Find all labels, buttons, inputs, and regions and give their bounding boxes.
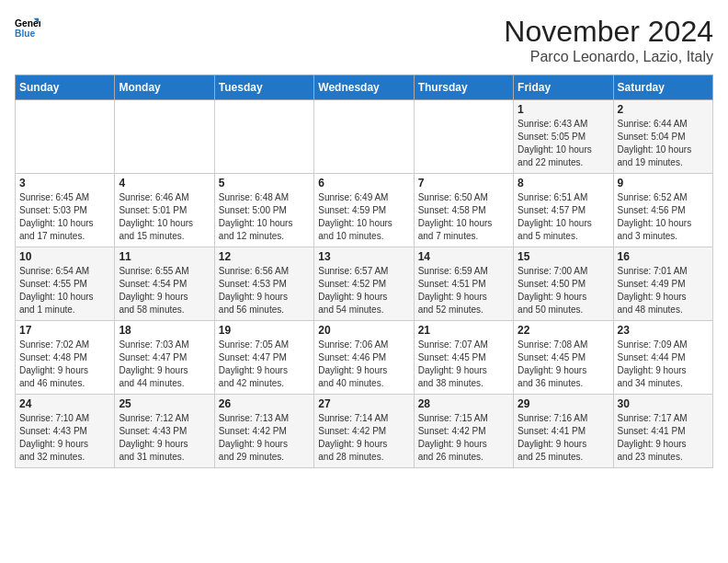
day-info: Sunrise: 6:54 AM Sunset: 4:55 PM Dayligh… xyxy=(19,265,110,316)
calendar-cell: 4Sunrise: 6:46 AM Sunset: 5:01 PM Daylig… xyxy=(115,174,214,247)
day-number: 23 xyxy=(618,324,709,337)
calendar-cell: 11Sunrise: 6:55 AM Sunset: 4:54 PM Dayli… xyxy=(115,247,214,321)
day-info: Sunrise: 6:52 AM Sunset: 4:56 PM Dayligh… xyxy=(618,191,709,243)
calendar-cell: 21Sunrise: 7:07 AM Sunset: 4:45 PM Dayli… xyxy=(414,321,513,395)
day-header-saturday: Saturday xyxy=(613,75,712,100)
day-header-wednesday: Wednesday xyxy=(314,75,414,100)
day-info: Sunrise: 7:05 AM Sunset: 4:47 PM Dayligh… xyxy=(219,339,310,390)
day-header-thursday: Thursday xyxy=(414,75,513,100)
day-number: 14 xyxy=(418,250,509,263)
day-info: Sunrise: 7:03 AM Sunset: 4:47 PM Dayligh… xyxy=(119,339,210,390)
day-header-tuesday: Tuesday xyxy=(214,75,313,100)
day-number: 10 xyxy=(19,250,110,263)
day-info: Sunrise: 7:14 AM Sunset: 4:42 PM Dayligh… xyxy=(318,412,409,464)
calendar-cell: 29Sunrise: 7:16 AM Sunset: 4:41 PM Dayli… xyxy=(514,395,613,468)
day-info: Sunrise: 7:17 AM Sunset: 4:41 PM Dayligh… xyxy=(618,412,709,464)
day-info: Sunrise: 7:10 AM Sunset: 4:43 PM Dayligh… xyxy=(19,412,110,464)
day-number: 8 xyxy=(518,177,609,190)
day-info: Sunrise: 7:08 AM Sunset: 4:45 PM Dayligh… xyxy=(518,339,609,390)
day-header-friday: Friday xyxy=(514,75,613,100)
calendar-week-row: 24Sunrise: 7:10 AM Sunset: 4:43 PM Dayli… xyxy=(16,395,713,468)
day-number: 3 xyxy=(19,177,110,190)
calendar-body: 1Sunrise: 6:43 AM Sunset: 5:05 PM Daylig… xyxy=(16,100,713,468)
day-number: 15 xyxy=(518,250,609,263)
calendar-cell: 28Sunrise: 7:15 AM Sunset: 4:42 PM Dayli… xyxy=(414,395,513,468)
calendar-cell xyxy=(115,100,214,174)
day-info: Sunrise: 7:02 AM Sunset: 4:48 PM Dayligh… xyxy=(19,339,110,390)
day-info: Sunrise: 7:16 AM Sunset: 4:41 PM Dayligh… xyxy=(518,412,609,464)
day-info: Sunrise: 6:49 AM Sunset: 4:59 PM Dayligh… xyxy=(318,191,409,243)
calendar-cell xyxy=(16,100,115,174)
calendar-cell: 6Sunrise: 6:49 AM Sunset: 4:59 PM Daylig… xyxy=(314,174,414,247)
day-number: 27 xyxy=(318,397,409,410)
calendar-cell: 16Sunrise: 7:01 AM Sunset: 4:49 PM Dayli… xyxy=(613,247,712,321)
calendar-cell: 7Sunrise: 6:50 AM Sunset: 4:58 PM Daylig… xyxy=(414,174,513,247)
calendar-cell xyxy=(314,100,414,174)
logo-icon: General Blue xyxy=(15,15,40,40)
calendar-cell: 1Sunrise: 6:43 AM Sunset: 5:05 PM Daylig… xyxy=(514,100,613,174)
calendar-week-row: 10Sunrise: 6:54 AM Sunset: 4:55 PM Dayli… xyxy=(16,247,713,321)
calendar-cell: 3Sunrise: 6:45 AM Sunset: 5:03 PM Daylig… xyxy=(16,174,115,247)
day-number: 13 xyxy=(318,250,409,263)
day-number: 22 xyxy=(518,324,609,337)
day-header-monday: Monday xyxy=(115,75,214,100)
day-number: 19 xyxy=(219,324,310,337)
calendar-cell: 12Sunrise: 6:56 AM Sunset: 4:53 PM Dayli… xyxy=(214,247,313,321)
day-info: Sunrise: 6:50 AM Sunset: 4:58 PM Dayligh… xyxy=(418,191,509,243)
calendar-cell: 14Sunrise: 6:59 AM Sunset: 4:51 PM Dayli… xyxy=(414,247,513,321)
calendar-cell: 27Sunrise: 7:14 AM Sunset: 4:42 PM Dayli… xyxy=(314,395,414,468)
calendar-week-row: 17Sunrise: 7:02 AM Sunset: 4:48 PM Dayli… xyxy=(16,321,713,395)
day-number: 4 xyxy=(119,177,210,190)
day-number: 2 xyxy=(618,103,709,116)
day-info: Sunrise: 6:55 AM Sunset: 4:54 PM Dayligh… xyxy=(119,265,210,316)
day-number: 5 xyxy=(219,177,310,190)
day-info: Sunrise: 6:48 AM Sunset: 5:00 PM Dayligh… xyxy=(219,191,310,243)
calendar-cell: 25Sunrise: 7:12 AM Sunset: 4:43 PM Dayli… xyxy=(115,395,214,468)
calendar-cell: 17Sunrise: 7:02 AM Sunset: 4:48 PM Dayli… xyxy=(16,321,115,395)
day-number: 29 xyxy=(518,397,609,410)
calendar-cell: 5Sunrise: 6:48 AM Sunset: 5:00 PM Daylig… xyxy=(214,174,313,247)
day-number: 7 xyxy=(418,177,509,190)
calendar-cell: 26Sunrise: 7:13 AM Sunset: 4:42 PM Dayli… xyxy=(214,395,313,468)
day-number: 18 xyxy=(119,324,210,337)
calendar-cell: 19Sunrise: 7:05 AM Sunset: 4:47 PM Dayli… xyxy=(214,321,313,395)
day-number: 1 xyxy=(518,103,609,116)
calendar-week-row: 1Sunrise: 6:43 AM Sunset: 5:05 PM Daylig… xyxy=(16,100,713,174)
calendar-cell xyxy=(214,100,313,174)
day-info: Sunrise: 7:06 AM Sunset: 4:46 PM Dayligh… xyxy=(318,339,409,390)
calendar-cell: 20Sunrise: 7:06 AM Sunset: 4:46 PM Dayli… xyxy=(314,321,414,395)
day-number: 25 xyxy=(119,397,210,410)
day-number: 16 xyxy=(618,250,709,263)
day-info: Sunrise: 7:00 AM Sunset: 4:50 PM Dayligh… xyxy=(518,265,609,316)
day-info: Sunrise: 6:59 AM Sunset: 4:51 PM Dayligh… xyxy=(418,265,509,316)
day-number: 20 xyxy=(318,324,409,337)
calendar-header-row: SundayMondayTuesdayWednesdayThursdayFrid… xyxy=(16,75,713,100)
day-info: Sunrise: 6:44 AM Sunset: 5:04 PM Dayligh… xyxy=(618,118,709,169)
calendar-cell: 8Sunrise: 6:51 AM Sunset: 4:57 PM Daylig… xyxy=(514,174,613,247)
location-title: Parco Leonardo, Lazio, Italy xyxy=(504,49,713,65)
calendar-cell: 24Sunrise: 7:10 AM Sunset: 4:43 PM Dayli… xyxy=(16,395,115,468)
day-info: Sunrise: 6:57 AM Sunset: 4:52 PM Dayligh… xyxy=(318,265,409,316)
day-info: Sunrise: 7:09 AM Sunset: 4:44 PM Dayligh… xyxy=(618,339,709,390)
day-number: 21 xyxy=(418,324,509,337)
calendar-cell: 23Sunrise: 7:09 AM Sunset: 4:44 PM Dayli… xyxy=(613,321,712,395)
calendar-cell: 18Sunrise: 7:03 AM Sunset: 4:47 PM Dayli… xyxy=(115,321,214,395)
month-title: November 2024 xyxy=(504,15,713,49)
day-number: 30 xyxy=(618,397,709,410)
logo: General Blue xyxy=(15,15,40,40)
day-info: Sunrise: 6:43 AM Sunset: 5:05 PM Dayligh… xyxy=(518,118,609,169)
day-number: 26 xyxy=(219,397,310,410)
day-number: 6 xyxy=(318,177,409,190)
day-number: 11 xyxy=(119,250,210,263)
day-info: Sunrise: 7:12 AM Sunset: 4:43 PM Dayligh… xyxy=(119,412,210,464)
day-info: Sunrise: 7:13 AM Sunset: 4:42 PM Dayligh… xyxy=(219,412,310,464)
day-info: Sunrise: 6:46 AM Sunset: 5:01 PM Dayligh… xyxy=(119,191,210,243)
day-number: 12 xyxy=(219,250,310,263)
day-number: 17 xyxy=(19,324,110,337)
day-info: Sunrise: 6:56 AM Sunset: 4:53 PM Dayligh… xyxy=(219,265,310,316)
day-number: 24 xyxy=(19,397,110,410)
svg-text:Blue: Blue xyxy=(15,29,36,39)
calendar-cell: 30Sunrise: 7:17 AM Sunset: 4:41 PM Dayli… xyxy=(613,395,712,468)
day-header-sunday: Sunday xyxy=(16,75,115,100)
calendar-cell: 9Sunrise: 6:52 AM Sunset: 4:56 PM Daylig… xyxy=(613,174,712,247)
